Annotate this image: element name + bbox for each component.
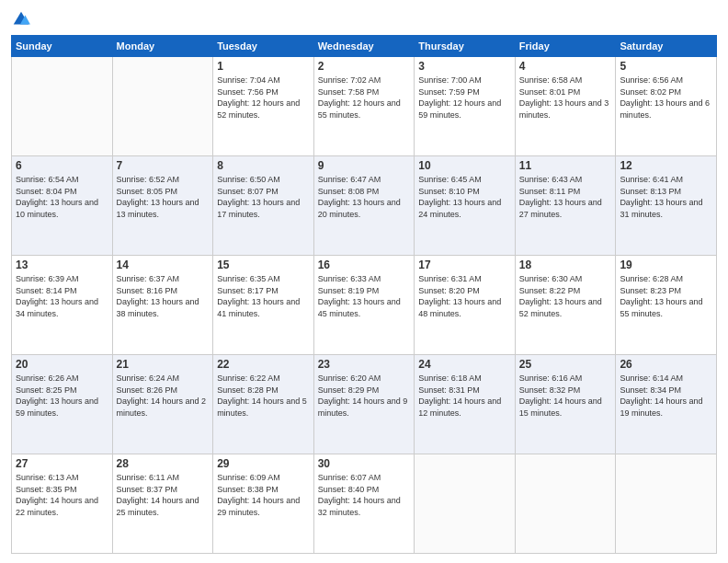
cell-info: Sunrise: 6:56 AMSunset: 8:02 PMDaylight:… [620,75,712,121]
calendar-cell: 27Sunrise: 6:13 AMSunset: 8:35 PMDayligh… [12,454,113,554]
calendar-cell: 23Sunrise: 6:20 AMSunset: 8:29 PMDayligh… [313,355,415,454]
calendar-cell: 20Sunrise: 6:26 AMSunset: 8:25 PMDayligh… [12,355,113,454]
col-header-thursday: Thursday [415,36,516,57]
calendar-cell: 7Sunrise: 6:52 AMSunset: 8:05 PMDaylight… [112,156,213,256]
cell-info: Sunrise: 6:16 AMSunset: 8:32 PMDaylight:… [519,373,612,419]
day-number: 12 [620,159,712,172]
calendar-cell [415,454,516,554]
cell-info: Sunrise: 6:39 AMSunset: 8:14 PMDaylight:… [16,273,108,319]
col-header-friday: Friday [515,36,616,57]
day-number: 29 [217,457,310,470]
day-number: 18 [519,259,612,271]
day-number: 23 [318,358,411,371]
calendar-week-2: 13Sunrise: 6:39 AMSunset: 8:14 PMDayligh… [12,256,717,355]
cell-info: Sunrise: 6:30 AMSunset: 8:22 PMDaylight:… [519,273,612,319]
calendar-cell: 5Sunrise: 6:56 AMSunset: 8:02 PMDaylight… [616,57,717,156]
calendar-cell: 24Sunrise: 6:18 AMSunset: 8:31 PMDayligh… [415,355,516,454]
cell-info: Sunrise: 6:37 AMSunset: 8:16 PMDaylight:… [117,273,210,319]
cell-info: Sunrise: 6:47 AMSunset: 8:08 PMDaylight:… [318,174,411,220]
day-number: 28 [117,457,210,470]
calendar-cell: 4Sunrise: 6:58 AMSunset: 8:01 PMDaylight… [515,57,616,156]
calendar-cell: 10Sunrise: 6:45 AMSunset: 8:10 PMDayligh… [415,156,516,256]
calendar-cell: 2Sunrise: 7:02 AMSunset: 7:58 PMDaylight… [313,57,415,156]
day-number: 5 [620,60,712,73]
calendar-cell: 11Sunrise: 6:43 AMSunset: 8:11 PMDayligh… [515,156,616,256]
logo [11,9,35,29]
calendar-cell [515,454,616,554]
cell-info: Sunrise: 6:33 AMSunset: 8:19 PMDaylight:… [318,273,411,319]
col-header-monday: Monday [112,36,213,57]
cell-info: Sunrise: 6:22 AMSunset: 8:28 PMDaylight:… [217,373,310,419]
day-number: 27 [16,457,108,470]
cell-info: Sunrise: 6:28 AMSunset: 8:23 PMDaylight:… [620,273,712,319]
day-number: 21 [117,358,210,371]
day-number: 13 [16,259,108,271]
cell-info: Sunrise: 6:07 AMSunset: 8:40 PMDaylight:… [318,472,411,518]
calendar-cell: 29Sunrise: 6:09 AMSunset: 8:38 PMDayligh… [213,454,314,554]
day-number: 10 [418,159,511,172]
calendar-cell: 13Sunrise: 6:39 AMSunset: 8:14 PMDayligh… [12,256,113,355]
calendar-week-4: 27Sunrise: 6:13 AMSunset: 8:35 PMDayligh… [12,454,717,554]
day-number: 24 [418,358,511,371]
calendar-cell [12,57,113,156]
calendar-cell: 6Sunrise: 6:54 AMSunset: 8:04 PMDaylight… [12,156,113,256]
cell-info: Sunrise: 6:26 AMSunset: 8:25 PMDaylight:… [16,373,108,419]
cell-info: Sunrise: 6:58 AMSunset: 8:01 PMDaylight:… [519,75,612,121]
calendar-header-row: SundayMondayTuesdayWednesdayThursdayFrid… [12,36,717,57]
day-number: 14 [117,259,210,271]
day-number: 1 [217,60,310,73]
day-number: 16 [318,259,411,271]
cell-info: Sunrise: 6:50 AMSunset: 8:07 PMDaylight:… [217,174,310,220]
logo-icon [11,9,31,29]
cell-info: Sunrise: 6:20 AMSunset: 8:29 PMDaylight:… [318,373,411,419]
cell-info: Sunrise: 6:13 AMSunset: 8:35 PMDaylight:… [16,472,108,518]
day-number: 9 [318,159,411,172]
day-number: 3 [418,60,511,73]
day-number: 4 [519,60,612,73]
day-number: 15 [217,259,310,271]
day-number: 7 [117,159,210,172]
header [11,9,717,29]
day-number: 20 [16,358,108,371]
cell-info: Sunrise: 6:54 AMSunset: 8:04 PMDaylight:… [16,174,108,220]
calendar-week-3: 20Sunrise: 6:26 AMSunset: 8:25 PMDayligh… [12,355,717,454]
calendar-cell: 15Sunrise: 6:35 AMSunset: 8:17 PMDayligh… [213,256,314,355]
cell-info: Sunrise: 6:35 AMSunset: 8:17 PMDaylight:… [217,273,310,319]
calendar-cell: 28Sunrise: 6:11 AMSunset: 8:37 PMDayligh… [112,454,213,554]
calendar-cell: 14Sunrise: 6:37 AMSunset: 8:16 PMDayligh… [112,256,213,355]
cell-info: Sunrise: 6:52 AMSunset: 8:05 PMDaylight:… [117,174,210,220]
calendar-cell: 21Sunrise: 6:24 AMSunset: 8:26 PMDayligh… [112,355,213,454]
calendar-cell: 9Sunrise: 6:47 AMSunset: 8:08 PMDaylight… [313,156,415,256]
col-header-wednesday: Wednesday [313,36,415,57]
day-number: 6 [16,159,108,172]
calendar-cell [112,57,213,156]
page: SundayMondayTuesdayWednesdayThursdayFrid… [0,0,728,563]
day-number: 30 [318,457,411,470]
cell-info: Sunrise: 6:18 AMSunset: 8:31 PMDaylight:… [418,373,511,419]
cell-info: Sunrise: 6:41 AMSunset: 8:13 PMDaylight:… [620,174,712,220]
calendar-week-0: 1Sunrise: 7:04 AMSunset: 7:56 PMDaylight… [12,57,717,156]
day-number: 19 [620,259,712,271]
day-number: 11 [519,159,612,172]
day-number: 17 [418,259,511,271]
calendar-table: SundayMondayTuesdayWednesdayThursdayFrid… [11,35,717,554]
cell-info: Sunrise: 6:31 AMSunset: 8:20 PMDaylight:… [418,273,511,319]
calendar-week-1: 6Sunrise: 6:54 AMSunset: 8:04 PMDaylight… [12,156,717,256]
cell-info: Sunrise: 7:04 AMSunset: 7:56 PMDaylight:… [217,75,310,121]
cell-info: Sunrise: 6:09 AMSunset: 8:38 PMDaylight:… [217,472,310,518]
calendar-cell: 16Sunrise: 6:33 AMSunset: 8:19 PMDayligh… [313,256,415,355]
cell-info: Sunrise: 6:14 AMSunset: 8:34 PMDaylight:… [620,373,712,419]
day-number: 8 [217,159,310,172]
calendar-cell: 8Sunrise: 6:50 AMSunset: 8:07 PMDaylight… [213,156,314,256]
day-number: 22 [217,358,310,371]
calendar-cell: 22Sunrise: 6:22 AMSunset: 8:28 PMDayligh… [213,355,314,454]
calendar-cell: 19Sunrise: 6:28 AMSunset: 8:23 PMDayligh… [616,256,717,355]
calendar-cell: 17Sunrise: 6:31 AMSunset: 8:20 PMDayligh… [415,256,516,355]
cell-info: Sunrise: 6:43 AMSunset: 8:11 PMDaylight:… [519,174,612,220]
cell-info: Sunrise: 6:24 AMSunset: 8:26 PMDaylight:… [117,373,210,419]
calendar-cell: 18Sunrise: 6:30 AMSunset: 8:22 PMDayligh… [515,256,616,355]
calendar-cell: 26Sunrise: 6:14 AMSunset: 8:34 PMDayligh… [616,355,717,454]
calendar-cell: 25Sunrise: 6:16 AMSunset: 8:32 PMDayligh… [515,355,616,454]
calendar-cell [616,454,717,554]
col-header-sunday: Sunday [12,36,113,57]
